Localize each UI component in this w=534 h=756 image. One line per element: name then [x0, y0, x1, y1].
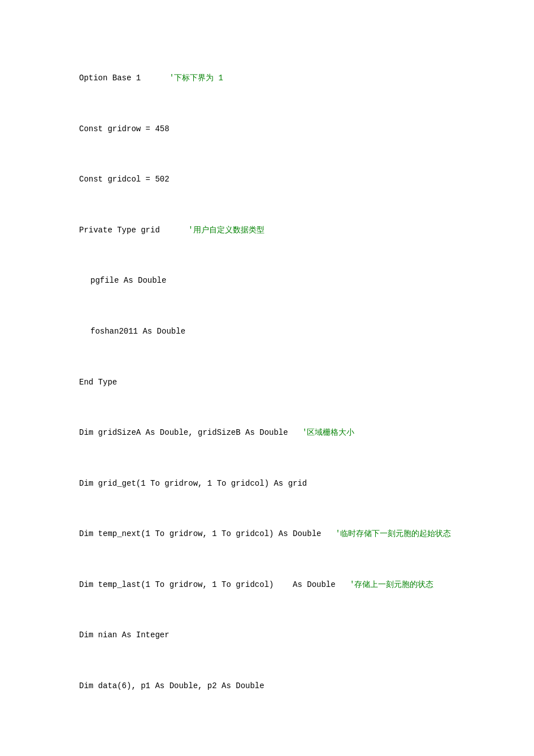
line-8: Dim gridSizeA As Double, gridSizeB As Do…: [79, 426, 489, 439]
empty-line-1: [79, 730, 489, 742]
line-10: Dim temp_next(1 To gridrow, 1 To gridcol…: [79, 528, 489, 540]
line-3: Const gridcol = 502: [79, 173, 489, 185]
line-13: Dim data(6), p1 As Double, p2 As Double: [79, 680, 489, 692]
line-7: End Type: [79, 376, 489, 388]
line-6: foshan2011 As Double: [79, 325, 489, 338]
line-2: Const gridrow = 458: [79, 123, 489, 135]
line-12: Dim nian As Integer: [79, 629, 489, 641]
line-9: Dim grid_get(1 To gridrow, 1 To gridcol)…: [79, 477, 489, 490]
line-11: Dim temp_last(1 To gridrow, 1 To gridcol…: [79, 578, 489, 591]
line-4: Private Type grid '用户自定义数据类型: [79, 224, 489, 236]
line-1: Option Base 1 '下标下界为 1: [79, 72, 489, 84]
line-5: pgfile As Double: [79, 274, 489, 287]
code-container: Option Base 1 '下标下界为 1 Const gridrow = 4…: [79, 34, 489, 756]
